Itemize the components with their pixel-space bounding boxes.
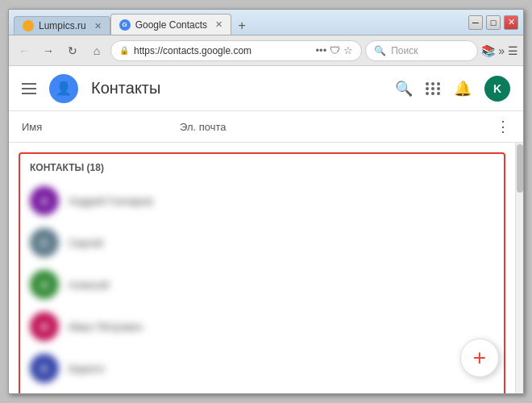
menu-icon[interactable]: ☰ [508,44,518,57]
home-button[interactable]: ⌂ [86,40,107,61]
tab-google-contacts[interactable]: G Google Contacts ✕ [110,14,231,35]
maximize-button[interactable]: □ [486,15,501,30]
user-profile-button[interactable]: K [484,76,510,102]
bookmarks-icon[interactable]: 📚 [481,44,495,57]
app-title: Контакты [91,79,382,98]
avatar: К [30,354,59,383]
search-contacts-icon[interactable]: 🔍 [395,80,413,98]
header-icons: 🔍 🔔 K [395,76,510,102]
contact-name: Иван Пётрович [69,321,143,333]
tab-lumpics[interactable]: Lumpics.ru ✕ [14,16,110,35]
contacts-body: КОНТАКТЫ (18) А Андрей Гончаров С Сергей… [9,143,515,393]
shield-icon: 🛡 [330,44,340,56]
minimize-button[interactable]: ─ [468,15,483,30]
contact-name: Кирилл [69,363,105,375]
contacts-area-wrapper: КОНТАКТЫ (18) А Андрей Гончаров С Сергей… [9,143,523,393]
star-icon[interactable]: ☆ [343,44,353,56]
title-bar: Lumpics.ru ✕ G Google Contacts ✕ + ─ □ ✕ [9,10,523,35]
search-icon: 🔍 [374,45,386,56]
url-text: https://contacts.google.com [134,45,311,56]
contact-row[interactable]: К Кирилл [20,347,504,389]
tab-lumpics-label: Lumpics.ru [39,20,86,31]
lock-icon: 🔒 [119,46,129,55]
window-controls: ─ □ ✕ [468,15,518,30]
tab-lumpics-favicon [23,20,34,31]
search-placeholder: Поиск [391,45,418,56]
new-tab-button[interactable]: + [231,16,252,35]
browser-window: Lumpics.ru ✕ G Google Contacts ✕ + ─ □ ✕… [8,9,524,394]
back-button[interactable]: ← [14,40,35,61]
tab-area: Lumpics.ru ✕ G Google Contacts ✕ + [14,10,462,35]
contacts-main: КОНТАКТЫ (18) А Андрей Гончаров С Сергей… [9,143,515,393]
column-name-header: Имя [22,121,180,133]
dots-icon: ••• [316,44,327,56]
tab-google-contacts-close[interactable]: ✕ [215,19,222,30]
avatar: А [30,270,59,299]
forward-button[interactable]: → [38,40,59,61]
address-bar: ← → ↻ ⌂ 🔒 https://contacts.google.com ••… [9,35,523,66]
url-bar[interactable]: 🔒 https://contacts.google.com ••• 🛡 ☆ [110,40,362,61]
browser-search-bar[interactable]: 🔍 Поиск [365,40,478,61]
avatar: А [30,186,59,215]
refresh-button[interactable]: ↻ [62,40,83,61]
scrollbar-track[interactable] [515,143,523,393]
url-bar-icons: ••• 🛡 ☆ [316,44,354,56]
contact-row[interactable]: А Алексей [20,264,504,305]
contact-row[interactable]: С Сергей [20,222,504,264]
avatar: И [30,312,59,341]
contact-row[interactable]: И Иван Пётрович [20,305,504,347]
scrollbar-thumb[interactable] [517,144,523,193]
column-email-header: Эл. почта [180,121,496,133]
avatar: С [30,228,59,257]
contact-name: Андрей Гончаров [69,195,153,207]
apps-grid-icon[interactable] [426,82,441,95]
app-content: 👤 Контакты 🔍 🔔 K Имя Эл. почта ⋮ [9,66,523,393]
contacts-section: КОНТАКТЫ (18) А Андрей Гончаров С Сергей… [19,152,505,393]
add-contact-fab[interactable]: + [460,339,499,377]
close-button[interactable]: ✕ [504,15,518,30]
contact-name: Алексей [69,279,109,291]
contact-row[interactable]: А Андрей Гончаров [20,180,504,222]
extra-toolbar-icons: 📚 » ☰ [481,44,518,57]
extensions-icon[interactable]: » [498,44,505,57]
contact-name: Сергей [69,237,103,249]
app-header: 👤 Контакты 🔍 🔔 K [9,66,523,111]
tab-google-contacts-favicon: G [119,19,131,31]
google-account-avatar: 👤 [49,74,78,103]
notifications-icon[interactable]: 🔔 [454,80,472,98]
hamburger-menu[interactable] [22,83,36,94]
section-label: КОНТАКТЫ (18) [20,162,504,180]
contacts-columns-header: Имя Эл. почта ⋮ [9,111,523,143]
tab-lumpics-close[interactable]: ✕ [94,21,102,31]
tab-google-contacts-label: Google Contacts [135,19,207,31]
more-options-icon[interactable]: ⋮ [496,118,510,135]
